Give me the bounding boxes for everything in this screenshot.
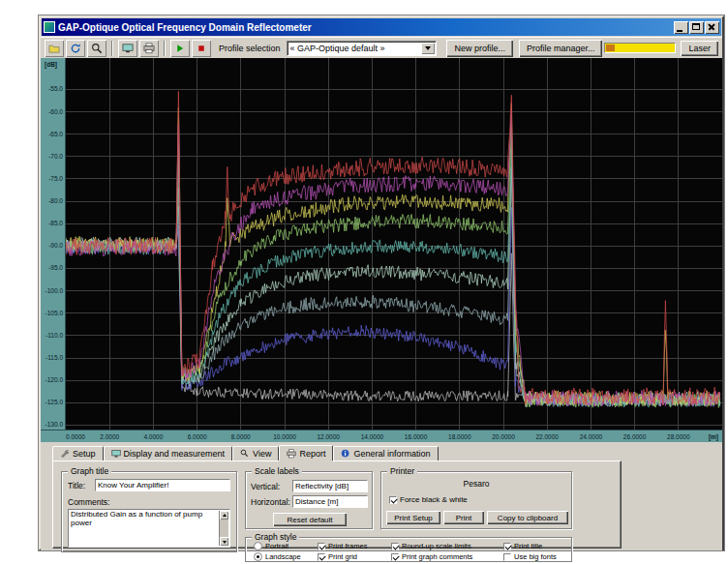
- graph-title-group-caption: Graph title: [68, 466, 111, 476]
- checkbox-icon[interactable]: [391, 553, 399, 561]
- printer-name: Pesaro: [381, 479, 571, 489]
- toolbar-button-play[interactable]: [170, 40, 190, 57]
- scroll-down-icon[interactable]: [220, 537, 228, 546]
- comments-scrollbar[interactable]: [219, 511, 228, 546]
- checkbox-label: Print title: [514, 542, 542, 550]
- checkbox-icon[interactable]: [389, 496, 397, 504]
- tab-general-information[interactable]: General information: [333, 446, 438, 460]
- tab-label: General information: [353, 449, 430, 459]
- series-pump-1: [66, 208, 720, 407]
- tab-report[interactable]: Report: [279, 445, 333, 460]
- toolbar-button-stop[interactable]: [192, 40, 211, 57]
- x-tick-label: 16.0000: [405, 433, 428, 440]
- checkbox-icon[interactable]: [318, 543, 325, 550]
- profile-selection-combobox[interactable]: « GAP-Optique default »: [287, 41, 438, 56]
- app-window: GAP-Optique Optical Frequency Domain Ref…: [39, 15, 724, 550]
- new-profile-button[interactable]: New profile...: [446, 40, 513, 57]
- x-tick-label: 18.0000: [448, 433, 471, 440]
- comments-text: Distributed Gain as a function of pump p…: [71, 510, 228, 527]
- tab-label: Display and measurement: [124, 449, 226, 459]
- print-button[interactable]: Print: [443, 511, 484, 524]
- y-tick-label: -130.0: [46, 421, 63, 428]
- maximize-icon: [692, 23, 700, 30]
- x-tick-label: 28.0000: [667, 433, 690, 440]
- checkbox-icon[interactable]: [503, 543, 511, 550]
- checkbox-icon[interactable]: [318, 553, 325, 561]
- toolbar-separator: [164, 41, 166, 56]
- tab-setup[interactable]: Setup: [52, 446, 104, 460]
- graph-title-group: Graph title Title: Comments: Distributed…: [61, 471, 237, 552]
- toolbar-button-zoom[interactable]: [87, 40, 106, 57]
- checkbox-print-grid[interactable]: Print grid: [318, 552, 357, 561]
- series-pump-7: [66, 110, 720, 406]
- series-pump-3: [66, 150, 720, 404]
- checkbox-label: Print graph comments: [402, 552, 472, 561]
- monitor-icon: [111, 449, 121, 459]
- series-pump-5: [66, 123, 720, 407]
- horizontal-scale-input[interactable]: [292, 495, 368, 508]
- vertical-scale-input[interactable]: [292, 480, 368, 492]
- scroll-up-icon[interactable]: [220, 511, 228, 519]
- checkbox-print-graph-comments[interactable]: Print graph comments: [391, 552, 472, 561]
- y-tick-label: -80.0: [48, 197, 63, 204]
- checkbox-icon[interactable]: [391, 543, 399, 550]
- toolbar-separator: [111, 41, 113, 56]
- checkbox-print-title[interactable]: Print title: [503, 542, 542, 550]
- screen: GAP-Optique Optical Frequency Domain Ref…: [0, 0, 728, 564]
- y-tick-label: -60.0: [48, 108, 63, 115]
- maximize-button[interactable]: [689, 21, 704, 34]
- stop-icon: [196, 43, 207, 54]
- toolbar: Profile selection « GAP-Optique default …: [41, 37, 722, 58]
- radio-icon[interactable]: [254, 552, 262, 561]
- checkbox-round-up-scale-limits[interactable]: Round-up scale limits: [391, 542, 471, 550]
- toolbar-button-refresh[interactable]: [66, 40, 85, 57]
- printer-icon: [143, 43, 155, 54]
- magnifier-icon: [240, 449, 250, 459]
- toolbar-button-open[interactable]: [45, 40, 64, 57]
- checkbox-label: Print frames: [328, 542, 367, 550]
- print-setup-button[interactable]: Print Setup: [386, 511, 440, 524]
- title-label: Title:: [68, 481, 85, 490]
- x-tick-label: 8.0000: [231, 433, 251, 440]
- checkbox-icon[interactable]: [503, 553, 511, 561]
- y-axis-strip: [dB]-55.0-60.0-65.0-70.0-75.0-80.0-85.0-…: [41, 58, 66, 430]
- x-tick-label: 14.0000: [361, 433, 384, 440]
- titlebar[interactable]: GAP-Optique Optical Frequency Domain Ref…: [42, 18, 721, 36]
- radio-landscape[interactable]: Landscape: [254, 552, 301, 561]
- monitor-icon: [122, 43, 134, 54]
- copy-to-clipboard-button[interactable]: Copy to clipboard: [487, 511, 568, 524]
- tab-control: SetupDisplay and measurementViewReportGe…: [52, 445, 622, 549]
- toolbar-buttons: [45, 40, 211, 57]
- toolbar-button-printer[interactable]: [139, 40, 159, 57]
- tab-view[interactable]: View: [232, 446, 279, 460]
- chevron-down-icon[interactable]: [421, 43, 435, 54]
- radio-portrait[interactable]: Portrait: [254, 542, 288, 550]
- checkbox-print-frames[interactable]: Print frames: [318, 542, 367, 550]
- title-input[interactable]: [95, 479, 230, 491]
- reset-default-button[interactable]: Reset default: [273, 513, 347, 526]
- x-tick-label: 2.0000: [100, 433, 119, 440]
- x-tick-label: 10.0000: [273, 433, 296, 440]
- radio-icon[interactable]: [254, 542, 262, 550]
- profile-manager-button[interactable]: Profile manager...: [519, 40, 603, 57]
- series-pump-6: [66, 104, 720, 406]
- info-icon: [341, 449, 350, 459]
- laser-button[interactable]: Laser: [681, 41, 718, 56]
- minimize-button[interactable]: [674, 21, 688, 34]
- chart-area: [dB]-55.0-60.0-65.0-70.0-75.0-80.0-85.0-…: [41, 58, 722, 442]
- x-tick-label: 4.0000: [143, 433, 163, 440]
- checkbox-use-big-fonts[interactable]: Use big fonts: [503, 552, 557, 561]
- x-tick-label: 0.0000: [66, 433, 85, 440]
- close-button[interactable]: [705, 21, 719, 34]
- plot-area[interactable]: [66, 58, 722, 430]
- toolbar-button-monitor[interactable]: [118, 40, 137, 57]
- minimize-icon: [677, 30, 682, 32]
- force-bw-checkbox[interactable]: Force black & white: [389, 495, 468, 504]
- comments-textarea[interactable]: Distributed Gain as a function of pump p…: [68, 509, 230, 548]
- y-tick-label: -55.0: [48, 85, 63, 92]
- tab-label: View: [253, 449, 271, 459]
- tab-display-and-measurement[interactable]: Display and measurement: [104, 446, 233, 460]
- bottom-panel: SetupDisplay and measurementViewReportGe…: [41, 442, 722, 550]
- tab-label: Report: [299, 449, 325, 459]
- force-bw-label: Force black & white: [400, 495, 468, 504]
